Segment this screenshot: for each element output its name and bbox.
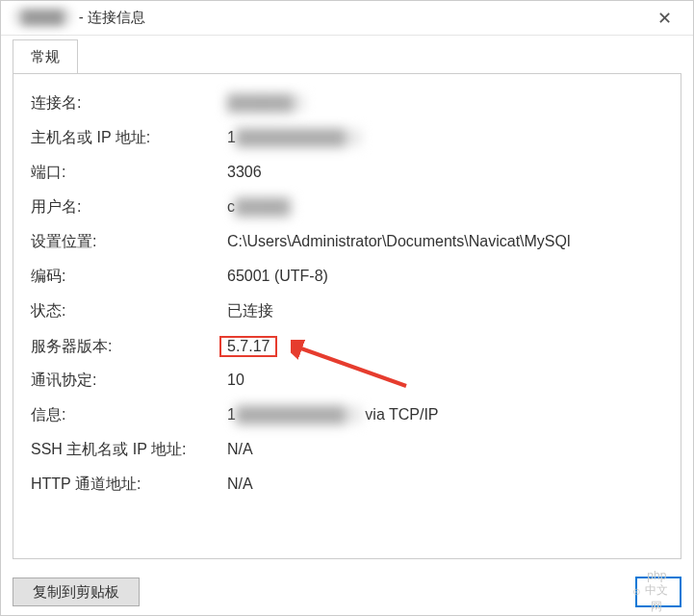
watermark-logo-icon xyxy=(633,585,640,599)
blurred-value: ██████████ xyxy=(236,129,361,146)
label-http-tunnel: HTTP 通道地址: xyxy=(31,475,227,495)
watermark-text: php中文网 xyxy=(633,569,670,615)
highlight-server-version: 5.7.17 xyxy=(219,336,277,357)
row-port: 端口: 3306 xyxy=(31,163,663,184)
blurred-value: ██████ xyxy=(227,94,304,112)
titlebar: ████ - 连接信息 ✕ xyxy=(1,1,693,36)
copy-to-clipboard-button[interactable]: 复制到剪贴板 xyxy=(13,578,140,606)
row-http-tunnel: HTTP 通道地址: N/A xyxy=(31,475,663,496)
value-http-tunnel: N/A xyxy=(227,475,663,493)
dialog-button-row: 复制到剪贴板 php中文网 xyxy=(1,569,693,615)
row-server-version: 服务器版本: 5.7.17 xyxy=(31,336,663,357)
row-protocol: 通讯协定: 10 xyxy=(31,371,663,392)
label-host: 主机名或 IP 地址: xyxy=(31,128,227,148)
label-username: 用户名: xyxy=(31,197,227,218)
value-ssh-host: N/A xyxy=(227,441,663,458)
row-host: 主机名或 IP 地址: 1██████████ xyxy=(31,128,663,149)
label-info: 信息: xyxy=(31,405,227,425)
blurred-value: █████ xyxy=(235,198,293,216)
blurred-value: ██████████ xyxy=(236,406,361,424)
title-suffix: - 连接信息 xyxy=(79,9,145,25)
label-settings-location: 设置位置: xyxy=(31,232,227,252)
value-server-version: 5.7.17 xyxy=(227,336,663,357)
value-protocol: 10 xyxy=(227,372,663,389)
window-title: ████ - 连接信息 xyxy=(14,9,645,27)
label-encoding: 编码: xyxy=(31,267,227,287)
label-server-version: 服务器版本: xyxy=(31,337,227,357)
connection-name-blurred: ████ xyxy=(14,9,71,25)
row-encoding: 编码: 65001 (UTF-8) xyxy=(31,267,663,288)
value-encoding: 65001 (UTF-8) xyxy=(227,268,663,285)
row-connection-name: 连接名: ██████ xyxy=(31,93,663,115)
tab-panel-general: 连接名: ██████ 主机名或 IP 地址: 1██████████ 端口: … xyxy=(13,73,681,559)
value-port: 3306 xyxy=(227,164,663,181)
value-username: c█████ xyxy=(227,198,663,216)
row-info: 信息: 1██████████ via TCP/IP xyxy=(31,405,663,426)
value-info: 1██████████ via TCP/IP xyxy=(227,406,663,424)
close-icon: ✕ xyxy=(657,8,672,29)
tab-general[interactable]: 常规 xyxy=(13,39,78,74)
row-settings-location: 设置位置: C:\Users\Administrator\Documents\N… xyxy=(31,232,663,253)
label-ssh-host: SSH 主机名或 IP 地址: xyxy=(31,440,227,460)
row-username: 用户名: c█████ xyxy=(31,197,663,218)
row-status: 状态: 已连接 xyxy=(31,301,663,322)
value-status: 已连接 xyxy=(227,301,663,321)
label-port: 端口: xyxy=(31,163,227,183)
label-status: 状态: xyxy=(31,301,227,321)
connection-info-dialog: ████ - 连接信息 ✕ 常规 连接名: ██████ 主机名或 IP 地址:… xyxy=(0,0,694,616)
svg-point-2 xyxy=(633,589,639,595)
ok-button[interactable]: php中文网 xyxy=(635,577,681,607)
row-ssh-host: SSH 主机名或 IP 地址: N/A xyxy=(31,440,663,461)
value-connection-name: ██████ xyxy=(227,94,663,112)
close-button[interactable]: ✕ xyxy=(645,1,683,35)
label-connection-name: 连接名: xyxy=(31,93,227,114)
value-host: 1██████████ xyxy=(227,129,663,146)
tab-bar: 常规 xyxy=(1,39,693,73)
label-protocol: 通讯协定: xyxy=(31,371,227,391)
value-settings-location: C:\Users\Administrator\Documents\Navicat… xyxy=(227,233,663,250)
